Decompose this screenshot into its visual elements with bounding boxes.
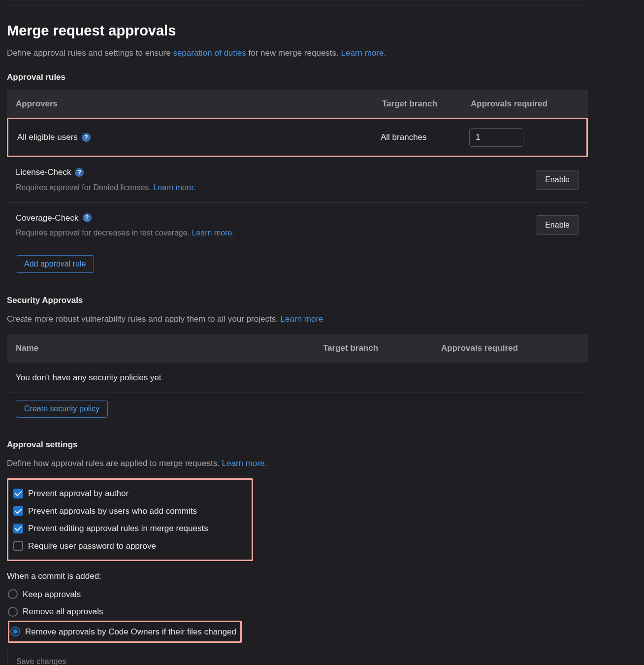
learn-more-link[interactable]: Learn more.: [222, 459, 267, 468]
subtitle-text: Define how approval rules are applied to…: [7, 459, 222, 468]
checkbox-icon[interactable]: [13, 524, 23, 533]
learn-more-link[interactable]: Learn more.: [192, 229, 234, 237]
enable-button[interactable]: Enable: [536, 170, 579, 190]
create-security-policy-button[interactable]: Create security policy: [16, 400, 108, 418]
col-approvals-required: Approvals required: [441, 342, 579, 355]
page-subtitle: Define approval rules and settings to en…: [7, 47, 588, 60]
checkbox-label: Prevent approvals by users who add commi…: [28, 505, 197, 518]
radio-label: Keep approvals: [23, 588, 81, 601]
rule-name: Coverage-Check: [16, 212, 79, 225]
approval-rule-row: Coverage-Check ? Requires approval for d…: [7, 203, 588, 249]
learn-more-link[interactable]: Learn more.: [153, 183, 195, 192]
approval-settings-label: Approval settings: [7, 438, 588, 451]
subtitle-text: Create more robust vulnerability rules a…: [7, 314, 281, 324]
radio-icon[interactable]: [10, 627, 20, 636]
radio-item[interactable]: Keep approvals: [8, 586, 588, 603]
approvals-required-input[interactable]: [469, 128, 523, 147]
commit-added-label: When a commit is added:: [7, 570, 588, 583]
checkbox-item[interactable]: Require user password to approve: [13, 537, 223, 555]
add-approval-rule-button[interactable]: Add approval rule: [16, 255, 94, 273]
rule-description: Requires approval for Denied licenses.: [16, 183, 153, 192]
table-header: Approvers Target branch Approvals requir…: [7, 90, 588, 118]
radio-item[interactable]: Remove approvals by Code Owners if their…: [10, 623, 236, 641]
rule-name: All eligible users: [17, 131, 78, 144]
security-table: Name Target branch Approvals required Yo…: [7, 334, 588, 425]
settings-subtitle: Define how approval rules are applied to…: [7, 457, 588, 470]
subtitle-text: Define approval rules and settings to en…: [7, 48, 173, 58]
col-approvers: Approvers: [16, 98, 382, 110]
separation-of-duties-link[interactable]: separation of duties: [173, 48, 246, 58]
help-icon[interactable]: ?: [75, 168, 84, 177]
approval-rules-table: Approvers Target branch Approvals requir…: [7, 90, 588, 281]
create-policy-row: Create security policy: [7, 393, 588, 425]
checkbox-icon[interactable]: [13, 506, 23, 516]
checkbox-icon[interactable]: [13, 489, 23, 499]
radio-highlight: Remove approvals by Code Owners if their…: [8, 621, 242, 643]
checkbox-item[interactable]: Prevent approvals by users who add commi…: [13, 502, 223, 520]
col-target-branch: Target branch: [323, 342, 441, 355]
rule-description: Requires approval for decreases in test …: [16, 229, 192, 237]
approval-rule-row: License-Check ? Requires approval for De…: [7, 157, 588, 203]
col-name: Name: [16, 342, 323, 355]
help-icon[interactable]: ?: [83, 213, 92, 222]
empty-state: You don't have any security policies yet: [7, 363, 588, 394]
checkbox-label: Prevent editing approval rules in merge …: [28, 522, 208, 535]
rule-branch: All branches: [381, 131, 469, 144]
radio-icon[interactable]: [8, 589, 18, 599]
checkbox-item[interactable]: Prevent editing approval rules in merge …: [13, 520, 223, 537]
col-approvals-required: Approvals required: [471, 98, 579, 110]
learn-more-link[interactable]: Learn more.: [341, 48, 386, 58]
divider: [7, 5, 588, 5]
security-subtitle: Create more robust vulnerability rules a…: [7, 313, 588, 326]
checkbox-label: Require user password to approve: [28, 540, 156, 553]
checkbox-label: Prevent approval by author: [28, 487, 129, 500]
checkbox-icon[interactable]: [13, 541, 23, 551]
save-changes-button[interactable]: Save changes: [7, 652, 75, 665]
col-target-branch: Target branch: [382, 98, 471, 110]
radio-label: Remove approvals by Code Owners if their…: [25, 626, 236, 638]
rule-name: License-Check: [16, 166, 71, 179]
subtitle-text: for new merge requests.: [246, 48, 341, 58]
help-icon[interactable]: ?: [82, 133, 91, 142]
radio-item[interactable]: Remove all approvals: [8, 603, 588, 621]
checkbox-highlight: Prevent approval by author Prevent appro…: [7, 478, 253, 561]
table-header: Name Target branch Approvals required: [7, 334, 588, 363]
enable-button[interactable]: Enable: [536, 215, 579, 235]
add-rule-row: Add approval rule: [7, 248, 588, 280]
security-approvals-label: Security Approvals: [7, 294, 588, 307]
radio-label: Remove all approvals: [23, 605, 103, 618]
checkbox-item[interactable]: Prevent approval by author: [13, 485, 223, 502]
radio-icon[interactable]: [8, 607, 18, 617]
approval-rule-row: All eligible users ? All branches: [7, 118, 588, 157]
radio-group: Keep approvals Remove all approvals Remo…: [7, 586, 588, 643]
checkbox-group: Prevent approval by author Prevent appro…: [10, 482, 226, 558]
approval-rules-label: Approval rules: [7, 71, 588, 84]
page-title: Merge request approvals: [7, 20, 588, 42]
learn-more-link[interactable]: Learn more: [281, 314, 323, 324]
